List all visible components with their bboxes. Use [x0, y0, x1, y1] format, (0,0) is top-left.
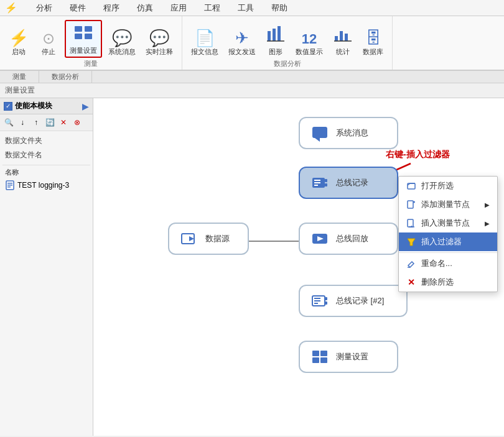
stop-label: 停止: [42, 47, 55, 57]
sys-msg-node-label: 系统消息: [336, 127, 368, 139]
svg-rect-45: [408, 219, 413, 227]
toolbar-refresh-btn[interactable]: 🔄: [44, 116, 56, 129]
ctx-delete-selected[interactable]: ✕ 删除所选: [399, 273, 497, 292]
ctx-open-selected[interactable]: 打开所选: [399, 177, 497, 195]
svg-rect-0: [75, 26, 82, 32]
left-panel: ✓ 使能本模块 ▶ 🔍 ↓ ↑ 🔄 ✕ ⊗ 数据文件夹 数据文件名 名称: [0, 98, 93, 436]
svg-rect-32: [325, 297, 327, 300]
svg-rect-38: [320, 351, 327, 356]
menu-application[interactable]: 应用: [167, 1, 190, 15]
tab-bar: 测量设置: [0, 83, 504, 98]
bus-log-node-label: 总线记录: [336, 177, 368, 188]
measure-settings-button[interactable]: 测量设置: [65, 20, 102, 58]
graph-icon: [266, 25, 285, 46]
msg-send-icon: ✈: [235, 30, 249, 46]
bus-log2-flow-node[interactable]: 总线记录 [#2]: [299, 285, 408, 317]
menu-simulation[interactable]: 仿真: [133, 1, 157, 15]
database-icon: 🗄: [365, 30, 381, 46]
ctx-insert-measure-label: 插入测量节点: [421, 218, 470, 229]
sys-msg-flow-node[interactable]: 系统消息: [299, 117, 398, 149]
ctx-open-label: 打开所选: [421, 180, 454, 191]
statistics-label: 统计: [336, 47, 350, 57]
data-folder-row[interactable]: 数据文件夹: [2, 134, 90, 148]
section-bar: 测量 数据分析: [0, 71, 504, 83]
ctx-add-measure-label: 添加测量节点: [421, 199, 470, 210]
svg-rect-13: [7, 183, 12, 184]
menu-hardware[interactable]: 硬件: [66, 1, 90, 15]
msg-info-button[interactable]: 📄 报文信息: [187, 29, 222, 58]
sys-msg-button[interactable]: 💬 系统消息: [105, 29, 139, 58]
left-panel-header: ✓ 使能本模块 ▶: [0, 98, 93, 114]
toolbar-close-btn[interactable]: ⊗: [71, 116, 83, 129]
measure-setup-node-icon: [310, 347, 330, 367]
num-display-button[interactable]: 12 数值显示: [292, 31, 327, 58]
ctx-separator: [399, 252, 497, 253]
bus-log-node-icon: [310, 173, 330, 193]
measure-setup-node-label: 测量设置: [336, 351, 368, 362]
svg-rect-14: [7, 185, 12, 186]
svg-marker-48: [408, 239, 415, 246]
svg-rect-26: [314, 185, 318, 186]
toolbar-search-btn[interactable]: 🔍: [2, 116, 15, 129]
toolbar-delete-btn[interactable]: ✕: [57, 116, 70, 129]
data-src-node-label: 数据源: [205, 233, 230, 244]
statistics-icon: [334, 25, 352, 46]
svg-rect-25: [314, 182, 320, 183]
msg-send-button[interactable]: ✈ 报文发送: [225, 29, 259, 58]
msg-info-label: 报文信息: [191, 47, 218, 57]
stop-button[interactable]: ⊙ 停止: [35, 30, 62, 58]
msg-info-icon: 📄: [195, 30, 215, 46]
toolbar-up-btn[interactable]: ↑: [30, 116, 42, 129]
ctx-insert-measure-node[interactable]: 插入测量节点 ▶: [399, 214, 497, 232]
expand-icon[interactable]: ▶: [82, 101, 89, 111]
svg-rect-23: [325, 183, 327, 186]
measure-settings-label: 测量设置: [70, 46, 97, 55]
database-label: 数据库: [363, 47, 383, 57]
ctx-insert-filter-label: 插入过滤器: [421, 236, 462, 247]
menu-bar: ⚡ 分析 硬件 程序 仿真 应用 工程 工具 帮助: [0, 0, 504, 16]
menu-analysis[interactable]: 分析: [32, 1, 56, 15]
ctx-add-measure-node[interactable]: 添加测量节点 ▶: [399, 195, 497, 214]
ctx-insert-filter[interactable]: 插入过滤器: [399, 232, 497, 251]
menu-help[interactable]: 帮助: [268, 1, 291, 15]
ribbon-tabs: ⚡ 启动 ⊙ 停止: [0, 16, 504, 70]
menu-engineering[interactable]: 工程: [200, 1, 224, 15]
svg-rect-42: [408, 201, 413, 208]
start-label: 启动: [12, 47, 26, 57]
svg-rect-2: [75, 34, 82, 39]
bus-playback-flow-node[interactable]: 总线回放: [299, 223, 398, 255]
start-icon: ⚡: [9, 30, 29, 46]
svg-rect-4: [268, 31, 271, 41]
bus-log2-node-label: 总线记录 [#2]: [336, 295, 384, 306]
data-src-flow-node[interactable]: 数据源: [168, 223, 249, 255]
bus-playback-node-icon: [310, 229, 330, 249]
left-panel-title: 使能本模块: [15, 101, 82, 111]
data-src-node-icon: [179, 229, 199, 249]
main-content: ✓ 使能本模块 ▶ 🔍 ↓ ↑ 🔄 ✕ ⊗ 数据文件夹 数据文件名 名称: [0, 98, 504, 436]
measure-setup-flow-node[interactable]: 测量设置: [299, 341, 398, 373]
menu-tools[interactable]: 工具: [234, 1, 258, 15]
database-button[interactable]: 🗄 数据库: [359, 29, 387, 58]
svg-rect-3: [85, 34, 92, 39]
svg-rect-37: [312, 351, 319, 356]
test-logging-item[interactable]: TEST logging-3: [2, 178, 90, 192]
graph-button[interactable]: 图形: [262, 24, 289, 58]
ctx-open-icon: [406, 181, 416, 191]
annotation-text: 右键-插入过滤器: [386, 149, 450, 160]
start-button[interactable]: ⚡ 启动: [5, 29, 32, 58]
bus-log-flow-node[interactable]: 总线记录: [299, 167, 398, 199]
svg-rect-33: [325, 301, 327, 305]
svg-rect-9: [340, 31, 343, 41]
data-filename-row[interactable]: 数据文件名: [2, 148, 90, 162]
measurement-buttons: ⚡ 启动 ⊙ 停止: [5, 19, 177, 58]
sys-msg-node-icon: [310, 123, 330, 143]
enable-checkbox[interactable]: ✓: [4, 102, 12, 111]
canvas-area[interactable]: 系统消息 总线记录: [93, 98, 504, 436]
ctx-delete-label: 删除所选: [421, 277, 454, 288]
ctx-insert-measure-icon: [406, 218, 416, 228]
statistics-button[interactable]: 统计: [329, 24, 357, 58]
realtime-note-button[interactable]: 💬 实时注释: [142, 29, 177, 58]
menu-program[interactable]: 程序: [100, 1, 123, 15]
toolbar-down-btn[interactable]: ↓: [16, 116, 29, 129]
ctx-rename[interactable]: 重命名...: [399, 254, 497, 273]
